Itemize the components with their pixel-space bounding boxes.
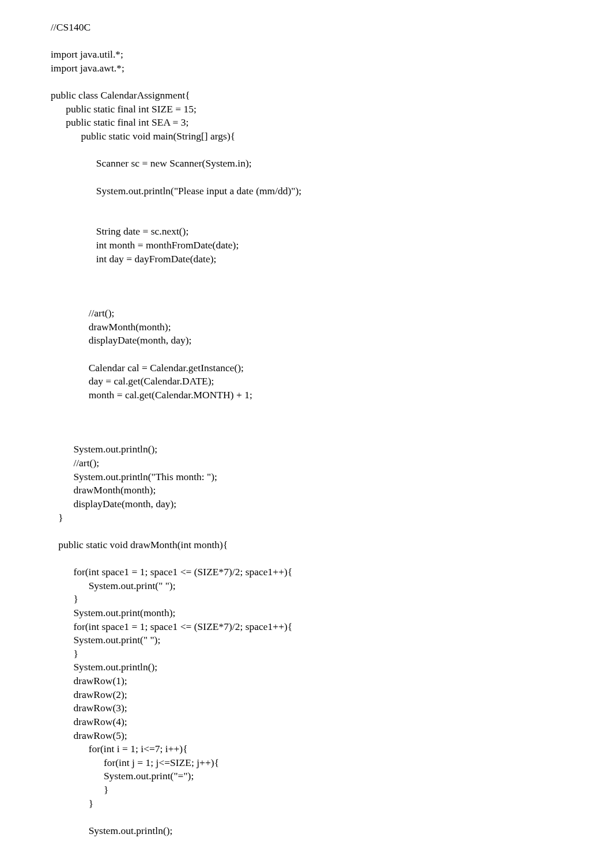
code-line: //art();	[51, 456, 561, 470]
code-line: System.out.print("=");	[51, 769, 561, 783]
code-line: drawRow(5);	[51, 729, 561, 743]
code-line: //CS140C	[51, 21, 561, 35]
code-line: day = cal.get(Calendar.DATE);	[51, 375, 561, 388]
code-line: for(int j = 1; j<=SIZE; j++){	[51, 756, 561, 770]
code-line: displayDate(month, day);	[51, 334, 561, 348]
code-line	[51, 212, 561, 225]
code-line	[51, 429, 561, 443]
code-line	[51, 552, 561, 565]
code-line: int day = dayFromDate(date);	[51, 252, 561, 266]
code-line: import java.awt.*;	[51, 62, 561, 76]
code-line: System.out.println();	[51, 824, 561, 838]
code-line: public static final int SEA = 3;	[51, 116, 561, 130]
code-line: displayDate(month, day);	[51, 497, 561, 511]
code-line: import java.util.*;	[51, 48, 561, 62]
code-line	[51, 76, 561, 89]
code-line: for(int space1 = 1; space1 <= (SIZE*7)/2…	[51, 620, 561, 634]
code-line: System.out.print(month);	[51, 606, 561, 620]
code-line: int month = monthFromDate(date);	[51, 239, 561, 252]
code-line: System.out.println();	[51, 443, 561, 456]
code-line: drawRow(1);	[51, 674, 561, 688]
code-line	[51, 348, 561, 361]
code-line: }	[51, 797, 561, 811]
code-line: System.out.println("This month: ");	[51, 470, 561, 484]
code-line: drawRow(3);	[51, 701, 561, 715]
code-line: drawRow(2);	[51, 688, 561, 702]
code-line: month = cal.get(Calendar.MONTH) + 1;	[51, 388, 561, 402]
code-line: System.out.println();	[51, 661, 561, 674]
code-line	[51, 171, 561, 184]
code-line: }	[51, 783, 561, 797]
code-line: }	[51, 647, 561, 661]
code-line: public static void drawMonth(int month){	[51, 538, 561, 552]
code-document: //CS140C import java.util.*;import java.…	[0, 0, 612, 868]
code-line	[51, 266, 561, 280]
code-line: String date = sc.next();	[51, 225, 561, 239]
code-line: drawMonth(month);	[51, 484, 561, 497]
code-line	[51, 293, 561, 307]
code-line	[51, 35, 561, 48]
code-line: public static final int SIZE = 15;	[51, 103, 561, 116]
code-line: Calendar cal = Calendar.getInstance();	[51, 361, 561, 375]
code-line	[51, 416, 561, 429]
code-line: }	[51, 592, 561, 606]
code-line: System.out.print(" ");	[51, 579, 561, 593]
code-line	[51, 402, 561, 416]
code-line: System.out.println("Please input a date …	[51, 184, 561, 198]
code-line	[51, 144, 561, 157]
code-line: for(int space1 = 1; space1 <= (SIZE*7)/2…	[51, 565, 561, 579]
code-line: public class CalendarAssignment{	[51, 89, 561, 103]
code-line: drawRow(4);	[51, 715, 561, 729]
code-line: //art();	[51, 307, 561, 320]
code-line: System.out.print(" ");	[51, 633, 561, 647]
code-line	[51, 524, 561, 538]
code-line: }	[51, 511, 561, 525]
code-line: Scanner sc = new Scanner(System.in);	[51, 157, 561, 171]
code-line: drawMonth(month);	[51, 320, 561, 334]
code-line: public static void main(String[] args){	[51, 130, 561, 144]
code-line: for(int i = 1; i<=7; i++){	[51, 742, 561, 756]
code-line	[51, 810, 561, 824]
code-line	[51, 198, 561, 212]
code-line	[51, 280, 561, 293]
